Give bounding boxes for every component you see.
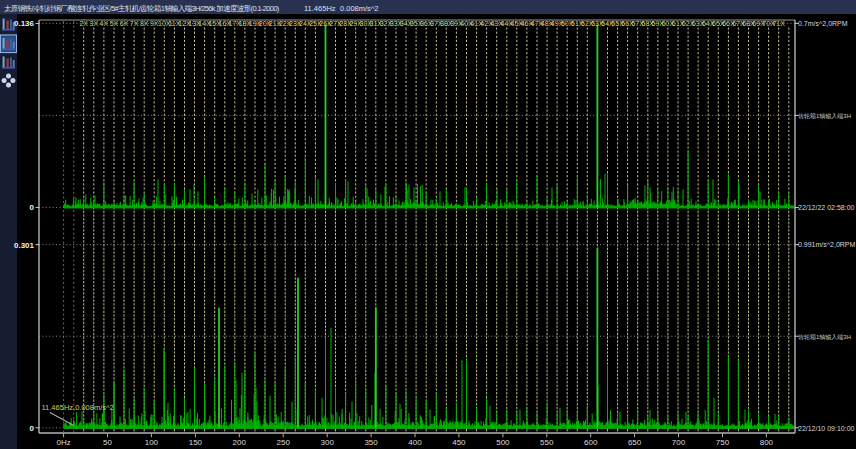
svg-text:450: 450 <box>452 438 466 447</box>
svg-text:50: 50 <box>103 438 112 447</box>
svg-text:22/12/22 02:58:00: 22/12/22 02:58:00 <box>798 204 855 211</box>
svg-text:200: 200 <box>233 438 247 447</box>
svg-text:0.7m/s^2,0RPM: 0.7m/s^2,0RPM <box>798 20 848 27</box>
svg-text:11.465Hz,0.008m/s^2: 11.465Hz,0.008m/s^2 <box>42 403 114 412</box>
svg-text:550: 550 <box>540 438 554 447</box>
svg-text:2X: 2X <box>79 20 88 27</box>
svg-text:600: 600 <box>584 438 598 447</box>
svg-text:5X: 5X <box>110 20 119 27</box>
svg-text:350: 350 <box>364 438 378 447</box>
svg-text:0.301: 0.301 <box>14 241 35 250</box>
svg-text:700: 700 <box>672 438 686 447</box>
svg-text:8X: 8X <box>140 20 149 27</box>
svg-text:3X: 3X <box>90 20 99 27</box>
svg-text:0: 0 <box>30 424 35 433</box>
svg-text:750: 750 <box>716 438 730 447</box>
svg-text:0: 0 <box>30 203 35 212</box>
svg-text:400: 400 <box>408 438 422 447</box>
svg-text:0Hz: 0Hz <box>56 438 70 447</box>
svg-text:0.991m/s^2,0RPM: 0.991m/s^2,0RPM <box>798 241 856 248</box>
svg-text:250: 250 <box>277 438 291 447</box>
svg-text:7X: 7X <box>130 20 139 27</box>
svg-text:500: 500 <box>496 438 510 447</box>
svg-text:6X: 6X <box>120 20 129 27</box>
svg-text:4X: 4X <box>100 20 109 27</box>
svg-text:800: 800 <box>760 438 774 447</box>
svg-text:100: 100 <box>145 438 159 447</box>
svg-text:齿轮箱1轴输入端3H: 齿轮箱1轴输入端3H <box>798 333 851 341</box>
svg-text:650: 650 <box>628 438 642 447</box>
svg-text:22/12/10 09:10:00: 22/12/10 09:10:00 <box>798 425 855 432</box>
svg-text:150: 150 <box>189 438 203 447</box>
svg-text:300: 300 <box>321 438 335 447</box>
svg-text:71X: 71X <box>772 20 785 27</box>
svg-text:齿轮箱1轴输入端3H: 齿轮箱1轴输入端3H <box>798 112 851 120</box>
svg-text:0.136: 0.136 <box>14 19 35 28</box>
